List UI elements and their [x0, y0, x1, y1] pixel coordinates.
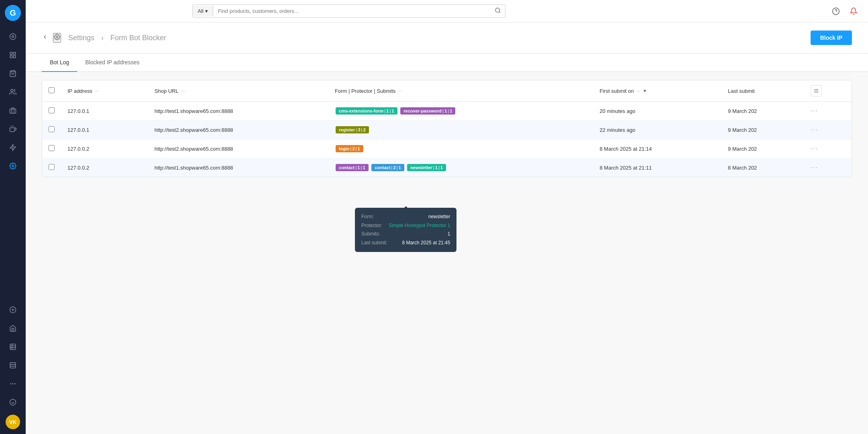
- row-actions[interactable]: ···: [811, 107, 818, 114]
- svg-rect-8: [10, 109, 16, 113]
- ip-address-header: IP address ···: [61, 80, 148, 102]
- search-filter-label: All: [198, 8, 203, 14]
- row-checkbox[interactable]: [49, 107, 55, 113]
- tags-cell: register | 3 | 2: [328, 121, 593, 139]
- shop-cell: http://test1.shopware65.com:8888: [148, 158, 328, 177]
- svg-marker-12: [10, 145, 16, 151]
- tab-blocked-ip[interactable]: Blocked IP addresses: [77, 53, 147, 72]
- collapse-icon[interactable]: [5, 394, 21, 410]
- bot-log-table: IP address ··· Shop URL ···: [42, 80, 852, 177]
- search-input[interactable]: [213, 6, 491, 16]
- last-submit-header: Last submit: [721, 80, 804, 102]
- settings-icon[interactable]: [5, 158, 21, 174]
- gear-icon[interactable]: [53, 33, 61, 43]
- marketing-icon[interactable]: [5, 102, 21, 119]
- sort-icon[interactable]: ▼: [643, 88, 647, 93]
- first-submit-options[interactable]: ···: [636, 88, 640, 94]
- row-actions[interactable]: ···: [811, 126, 818, 133]
- svg-point-32: [56, 36, 58, 38]
- products-icon[interactable]: [5, 66, 21, 82]
- add-plugin-icon[interactable]: [5, 302, 21, 318]
- search-button[interactable]: [491, 5, 505, 17]
- tag: contact | 1 | 1: [336, 164, 369, 171]
- search-icon: [495, 7, 501, 14]
- dashboard-icon[interactable]: [5, 29, 21, 45]
- tooltip-form-value: newsletter: [428, 213, 450, 221]
- topbar: All ▾: [26, 0, 868, 23]
- last-submit-cell: 9 March 202: [721, 139, 804, 158]
- svg-rect-4: [10, 56, 12, 58]
- row-actions[interactable]: ···: [811, 164, 818, 171]
- shop-cell: http://test2.shopware65.com:8888: [148, 121, 328, 139]
- table-header-row: IP address ··· Shop URL ···: [42, 80, 852, 102]
- row-checkbox[interactable]: [49, 126, 55, 132]
- more-icon[interactable]: [5, 376, 21, 392]
- tag: register | 3 | 2: [336, 126, 369, 133]
- svg-rect-17: [10, 344, 16, 350]
- orders-icon[interactable]: [5, 47, 21, 63]
- svg-rect-3: [14, 52, 16, 54]
- svg-rect-21: [10, 362, 16, 368]
- svg-point-7: [11, 89, 13, 92]
- form-protector-header: Form | Protector | Submits ···: [328, 80, 593, 102]
- customers-icon[interactable]: [5, 84, 21, 100]
- analytics-icon[interactable]: [5, 357, 21, 373]
- back-button[interactable]: [42, 34, 48, 42]
- svg-point-24: [10, 383, 11, 385]
- breadcrumb-current: Form Bot Blocker: [110, 34, 166, 42]
- tooltip-protector-value: Simple Honeypot Protector 1: [389, 221, 450, 230]
- tag: recover-password | 1 | 1: [400, 107, 455, 115]
- svg-point-27: [10, 399, 16, 405]
- tags-cell: cms-extensions-form | 1 | 1 recover-pass…: [328, 102, 593, 121]
- tabs: Bot Log Blocked IP addresses: [42, 53, 852, 72]
- first-submit-cell: 8 March 2025 at 21:11: [593, 158, 721, 177]
- row-actions[interactable]: ···: [811, 145, 818, 152]
- help-icon[interactable]: [829, 5, 842, 18]
- column-menu-icon[interactable]: [811, 85, 822, 96]
- svg-point-25: [12, 383, 14, 385]
- table-area: IP address ··· Shop URL ···: [26, 72, 868, 185]
- svg-point-26: [14, 383, 16, 385]
- first-submit-cell: 8 March 2025 at 21:14: [593, 139, 721, 158]
- avatar[interactable]: VK: [6, 415, 20, 429]
- table-row: 127.0.0.1 http://test1.shopware65.com:88…: [42, 102, 852, 121]
- shop-cell: http://test2.shopware65.com:8888: [148, 139, 328, 158]
- form-options[interactable]: ···: [398, 88, 402, 94]
- table-row: 127.0.0.2 http://test1.shopware65.com:88…: [42, 158, 852, 177]
- last-submit-cell: 9 March 202: [721, 102, 804, 121]
- promotions-icon[interactable]: [5, 121, 21, 137]
- last-submit-cell: 9 March 202: [721, 121, 804, 139]
- row-checkbox[interactable]: [49, 164, 55, 170]
- table-icon[interactable]: [5, 339, 21, 355]
- svg-point-1: [12, 36, 14, 38]
- store-icon[interactable]: [5, 320, 21, 336]
- shop-url-options[interactable]: ···: [181, 88, 185, 94]
- first-submit-cell: 20 minutes ago: [593, 102, 721, 121]
- breadcrumb-parent: Settings: [68, 34, 94, 42]
- search-filter-dropdown[interactable]: All ▾: [193, 6, 213, 16]
- breadcrumb: Settings › Form Bot Blocker: [66, 34, 169, 42]
- table-row: 127.0.0.1 http://test2.shopware65.com:88…: [42, 121, 852, 139]
- tags-cell: login | 2 | 1: [328, 139, 593, 158]
- first-submit-cell: 22 minutes ago: [593, 121, 721, 139]
- tooltip-submits-value: 1: [448, 230, 450, 239]
- shop-cell: http://test1.shopware65.com:8888: [148, 102, 328, 121]
- block-ip-button[interactable]: Block IP: [811, 31, 852, 45]
- flow-icon[interactable]: [5, 139, 21, 156]
- tab-bot-log[interactable]: Bot Log: [42, 53, 77, 72]
- ip-cell: 127.0.0.2: [61, 139, 148, 158]
- actions-header: [804, 80, 852, 102]
- row-checkbox[interactable]: [49, 145, 55, 151]
- tag: contact | 2 | 1: [371, 164, 404, 171]
- app-logo[interactable]: G: [5, 5, 21, 21]
- svg-line-29: [499, 12, 500, 13]
- shop-url-header: Shop URL ···: [148, 80, 328, 102]
- select-all-checkbox[interactable]: [49, 87, 55, 93]
- ip-address-options[interactable]: ···: [95, 88, 99, 94]
- tag: login | 2 | 1: [336, 145, 363, 152]
- svg-point-13: [12, 165, 14, 167]
- notifications-icon[interactable]: [847, 5, 860, 18]
- breadcrumb-separator: ›: [101, 34, 104, 42]
- tooltip-form-label: Form:: [361, 213, 374, 221]
- table-wrapper: IP address ··· Shop URL ···: [42, 80, 852, 177]
